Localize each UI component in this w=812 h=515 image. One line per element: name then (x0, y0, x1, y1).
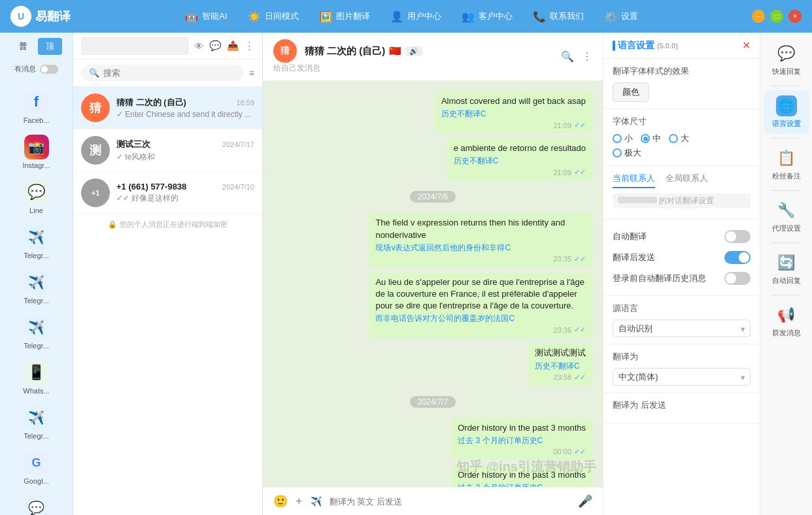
search-bar[interactable]: 🔍 (81, 65, 244, 81)
chat-name-phone: +1 (661) 577-9838 (116, 182, 186, 191)
target-lang-send-label: 翻译为 后发送 (613, 399, 751, 411)
far-right-language-setting[interactable]: 🌐 语言设置 (764, 90, 809, 134)
target-lang-select[interactable]: 中文(简体) (613, 368, 751, 386)
message-bubble: The field v expression returns then his … (369, 213, 592, 267)
target-lang-select-wrapper: 中文(简体) (613, 368, 751, 386)
attach-icon[interactable]: + (296, 495, 303, 508)
toolbar-export-icon[interactable]: 📤 (227, 40, 239, 52)
encrypted-notice: 🔒 🔒 您的个人消息正在进行端到端加密 您的个人消息正在进行端到端加密 (73, 214, 262, 235)
toolbar-comment-icon[interactable]: 💬 (209, 40, 222, 52)
topbar-imgtr[interactable]: 🖼️ 图片翻译 (318, 9, 370, 24)
has-message-switch[interactable] (40, 65, 58, 74)
font-size-small[interactable]: 小 (613, 133, 633, 144)
sidebar-item-telegram4[interactable]: ✈️ Telegr... (7, 401, 66, 444)
search-chat-icon[interactable]: 🔍 (561, 50, 574, 63)
topbar-contact[interactable]: 📞 联系我们 (532, 9, 584, 24)
font-size-section: 字体尺寸 小 中 大 极大 (603, 109, 760, 166)
msg-translation: 历史不翻译C (535, 361, 586, 372)
message-row: Order history in the past 3 months 过去 3 … (273, 465, 592, 487)
chat-messages[interactable]: Almost covered and will get back asap 历史… (263, 81, 603, 487)
toolbar-more-icon[interactable]: ⋮ (245, 40, 254, 52)
message-row: Order history in the past 3 months 过去 3 … (273, 418, 592, 460)
sidebar-item-google[interactable]: G Googl... (7, 446, 66, 489)
language-setting-icon: 🌐 (776, 95, 797, 116)
far-right-auto-reply[interactable]: 🔄 自动回复 (764, 247, 809, 291)
filter-icon[interactable]: ≡ (249, 68, 254, 78)
search-input[interactable] (103, 68, 236, 78)
target-lang-label: 翻译为 (613, 351, 751, 363)
topbar-customercenter[interactable]: 👥 客户中心 (461, 9, 513, 24)
maximize-button[interactable]: □ (770, 10, 783, 23)
topbar-settings[interactable]: ⚙️ 设置 (603, 9, 638, 24)
topbar-customercenter-label: 客户中心 (479, 10, 513, 22)
right-panel: 语言设置 (5.0.0) ✕ 翻译字体样式的效果 颜色 字体尺寸 小 中 (603, 33, 760, 515)
tab-normal[interactable]: 普 (11, 38, 35, 55)
send-after-translate-toggle[interactable] (724, 251, 751, 264)
msg-translation: 而非电话告诉对方公司的覆盖岁的法国C (375, 313, 586, 324)
far-right-fan-follow[interactable]: 📋 粉丝备注 (764, 142, 809, 186)
source-lang-select[interactable]: 自动识别 (613, 320, 751, 337)
telegram1-label: Telegr... (10, 252, 63, 259)
voice-icon[interactable]: 🎤 (578, 494, 592, 508)
chat-input[interactable] (330, 497, 570, 507)
telegram4-icon: ✈️ (24, 405, 49, 430)
chat-item-phone[interactable]: +1 +1 (661) 577-9838 2024/7/10 ✓✓ 好像是这样的 (73, 172, 262, 214)
msg-translation: 现场v表达式返回然后他的身份和非得C (375, 242, 586, 254)
tab-current-contact[interactable]: 当前联系人 (613, 173, 655, 188)
emoji-icon[interactable]: 🙂 (273, 494, 288, 508)
msg-time: 23:58 (553, 373, 571, 381)
far-right-proxy-setting[interactable]: 🔧 代理设置 (764, 195, 809, 239)
more-options-icon[interactable]: ⋮ (582, 50, 592, 63)
msg-text: Order history in the past 3 months (458, 422, 586, 434)
sidebar-item-telegram2[interactable]: ✈️ Telegr... (7, 266, 66, 308)
far-right-group-send[interactable]: 📢 群发消息 (764, 299, 809, 343)
proxy-setting-label: 代理设置 (772, 224, 801, 233)
sidebar-item-facebook[interactable]: f Faceb... (7, 86, 66, 128)
far-right-quick-reply[interactable]: 💬 快速回复 (764, 38, 809, 82)
source-lang-label: 源语言 (613, 303, 751, 314)
far-right-divider-1 (771, 86, 802, 86)
header-edit-input[interactable] (81, 37, 189, 55)
sidebar-item-messenger[interactable]: 💬 Messe... (7, 491, 66, 515)
auto-reply-label: 自动回复 (772, 276, 801, 286)
msg-time: 23:36 (553, 326, 571, 334)
right-panel-close-button[interactable]: ✕ (742, 39, 751, 52)
sidebar-item-whatsapp[interactable]: 📱 Whats... (7, 356, 66, 399)
send-icon[interactable]: ✈️ (311, 496, 322, 507)
sidebar-item-line[interactable]: 💬 Line (7, 176, 66, 218)
font-size-group-2: 极大 (613, 147, 751, 159)
far-right-divider-2 (771, 138, 802, 139)
far-right-divider-3 (771, 190, 802, 191)
message-row: e ambiente de retorno de resultado 历史不翻译… (273, 139, 592, 180)
chat-item-self[interactable]: 猜 猜猜 二次的 (自己) 18:59 ✓ Enter Chinese and … (73, 87, 262, 129)
sidebar-item-instagram[interactable]: 📸 Instagr... (7, 131, 66, 173)
minimize-button[interactable]: − (752, 10, 765, 23)
chat-item-test3[interactable]: 测 测试三次 2024/7/17 ✓ te风格和 (73, 129, 262, 172)
msg-time: 21:09 (553, 122, 571, 129)
topbar-center: 🤖 智能AI ☀️ 日间模式 🖼️ 图片翻译 👤 用户中心 👥 客户中心 📞 联… (84, 9, 739, 24)
gear-icon: ⚙️ (603, 9, 618, 24)
auto-translate-toggle[interactable] (724, 230, 751, 243)
topbar-daymode[interactable]: ☀️ 日间模式 (247, 9, 299, 24)
flag-icon: 🇨🇳 (389, 45, 401, 57)
topbar-ai[interactable]: 🤖 智能AI (184, 9, 227, 24)
date-badge: 2024/7/6 (410, 191, 456, 203)
tab-top[interactable]: 顶 (38, 38, 62, 55)
topbar-usercenter[interactable]: 👤 用户中心 (390, 9, 441, 24)
toolbar-eye-icon[interactable]: 👁 (194, 41, 204, 52)
sidebar-item-telegram1[interactable]: ✈️ Telegr... (7, 221, 66, 263)
close-button[interactable]: × (788, 10, 802, 23)
app-name: 易翻译 (35, 8, 71, 24)
chat-info-self: 猜猜 二次的 (自己) 18:59 ✓ Enter Chinese and se… (116, 97, 254, 119)
login-auto-translate-toggle[interactable] (724, 272, 751, 285)
msg-text: Order history in the past 3 months (458, 469, 586, 481)
tab-global-contact[interactable]: 全局联系人 (666, 173, 708, 188)
sidebar-item-telegram3[interactable]: ✈️ Telegr... (7, 311, 66, 354)
color-button[interactable]: 颜色 (613, 82, 649, 102)
img-tr-icon: 🖼️ (318, 9, 333, 24)
font-size-xlarge[interactable]: 极大 (613, 147, 641, 159)
message-bubble: 测试测试测试 历史不翻译C 23:58 ✓✓ (528, 343, 592, 385)
font-size-large[interactable]: 大 (669, 133, 689, 144)
facebook-label: Faceb... (10, 116, 63, 124)
font-size-medium[interactable]: 中 (641, 133, 661, 144)
